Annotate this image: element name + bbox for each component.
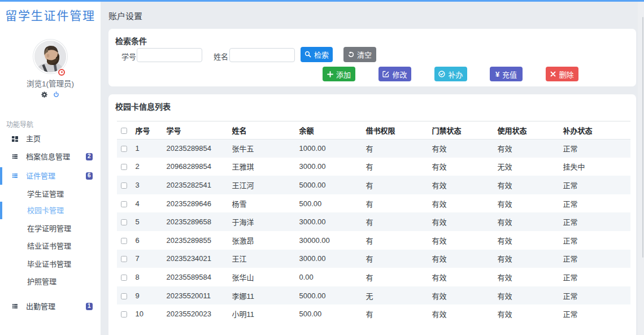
table-cell: 20968289854 (167, 158, 232, 176)
nav-badge: 2 (86, 153, 93, 160)
column-header[interactable]: 学号 (167, 121, 232, 139)
table-cell: 有效 (432, 231, 498, 250)
row-checkbox[interactable] (121, 311, 127, 317)
name-input[interactable] (229, 48, 295, 62)
sidebar-item-student-card[interactable]: 学生证管理 (0, 185, 101, 203)
student-no-input[interactable] (137, 48, 202, 62)
table-row[interactable]: 420235289646杨雪500.00有有效有效正常 (117, 194, 630, 213)
search-panel-title: 检索条件 (115, 35, 147, 46)
sidebar-item-completion-cert[interactable]: 结业证书管理 (0, 237, 101, 255)
table-cell: 有效 (432, 304, 498, 323)
scrollbar-thumb[interactable] (642, 17, 643, 258)
table-cell: 正常 (563, 268, 630, 286)
table-cell: 有 (366, 212, 432, 231)
table-row[interactable]: 320235282541王江河5000.00有有效有效正常 (117, 176, 630, 194)
sidebar-item-label: 校园卡管理 (27, 202, 64, 219)
table-cell: 无 (366, 286, 432, 305)
row-checkbox[interactable] (121, 238, 127, 244)
reissue-button[interactable]: 补办 (434, 67, 467, 81)
sidebar-item-passport[interactable]: 护照管理 (0, 273, 101, 290)
undo-icon (348, 51, 354, 58)
table-row[interactable]: 920235520011李娜115000.00无有效有效正常 (117, 286, 630, 305)
sidebar-item-label: 毕业证书管理 (27, 255, 71, 273)
table-cell: 3000.00 (299, 250, 366, 268)
sidebar-item-archives[interactable]: 档案信息管理2 (0, 148, 101, 166)
table-row[interactable]: 820235589584张华山0.00有有效有效正常 (117, 268, 630, 286)
column-header[interactable]: 使用状态 (498, 121, 563, 139)
table-cell: 有效 (498, 212, 563, 231)
edit-button[interactable]: 修改 (378, 67, 411, 81)
table-cell: 正常 (563, 231, 630, 250)
column-header[interactable]: 借书权限 (366, 121, 432, 139)
column-header[interactable]: 余额 (299, 121, 366, 139)
plus-icon (327, 71, 333, 77)
table-cell: 正常 (563, 250, 630, 268)
row-checkbox[interactable] (121, 293, 127, 299)
table-cell: 7 (136, 250, 167, 268)
table-cell: 有效 (432, 139, 498, 158)
scrollbar-track[interactable] (638, 2, 644, 335)
table-cell: 挂失中 (563, 158, 630, 176)
table-row[interactable]: 220968289854王雅琪3000.00有有效无效挂失中 (117, 158, 630, 176)
row-checkbox[interactable] (121, 146, 127, 152)
table-cell: 有 (366, 176, 432, 194)
sidebar-item-home[interactable]: 主页 (0, 130, 101, 147)
table-cell: 于海洋 (232, 212, 299, 231)
clear-button[interactable]: 清空 (343, 47, 376, 62)
table-row[interactable]: 120235289854张牛五1000.00有有效有效正常 (117, 139, 630, 158)
add-button[interactable]: 添加 (323, 67, 355, 81)
row-checkbox[interactable] (121, 256, 127, 262)
table-row[interactable]: 520235289658于海洋3000.00有有效有效正常 (117, 212, 630, 231)
column-header[interactable]: 补办状态 (563, 121, 630, 139)
column-header[interactable]: 序号 (136, 121, 167, 139)
table-panel: 校园卡信息列表 序号学号姓名余额借书权限门禁状态使用状态补办状态 1202352… (108, 94, 636, 335)
sidebar-item-enrollment-cert[interactable]: 在学证明管理 (0, 220, 101, 237)
sidebar-item-campus-card[interactable]: 校园卡管理 (0, 202, 101, 219)
button-label: 清空 (357, 49, 372, 60)
table-cell: 有 (366, 304, 432, 323)
table-cell: 4 (136, 194, 167, 213)
list-icon (12, 154, 18, 159)
row-checkbox[interactable] (121, 182, 127, 189)
column-header[interactable]: 门禁状态 (432, 121, 498, 139)
table-cell: 有 (366, 139, 432, 158)
table-row[interactable]: 720235234021王江3000.00有有效有效正常 (117, 250, 630, 268)
search-icon (304, 51, 311, 58)
table-row[interactable]: 620235289855张激昂30000.00有有效有效正常 (117, 231, 630, 250)
x-icon (550, 71, 556, 77)
row-checkbox[interactable] (121, 219, 127, 225)
row-checkbox[interactable] (121, 201, 127, 207)
sidebar-item-certificates[interactable]: 证件管理6 (0, 167, 101, 185)
row-checkbox[interactable] (121, 164, 127, 170)
table-cell: 20235289658 (167, 212, 232, 231)
table-cell: 20235282541 (167, 176, 232, 194)
table-cell: 有 (366, 268, 432, 286)
table-row[interactable]: 1020235520023小明11500.00有有效有效正常 (117, 304, 630, 323)
sidebar-item-label: 证件管理 (26, 167, 55, 185)
search-button[interactable]: 检索 (301, 47, 333, 62)
table-cell: 有效 (432, 250, 498, 268)
table-cell: 小明11 (232, 304, 299, 323)
select-all-checkbox[interactable] (121, 128, 127, 134)
row-checkbox[interactable] (121, 275, 127, 281)
recharge-button[interactable]: ¥充值 (490, 67, 523, 81)
button-label: 删除 (559, 69, 573, 80)
table-cell: 有效 (432, 212, 498, 231)
table-cell: 正常 (563, 194, 630, 213)
table-cell: 有效 (432, 176, 498, 194)
table-header-row: 序号学号姓名余额借书权限门禁状态使用状态补办状态 (117, 121, 630, 139)
column-header[interactable]: 姓名 (232, 121, 299, 139)
top-accent-line (0, 0, 644, 2)
grid-icon (12, 136, 18, 142)
button-label: 补办 (448, 69, 463, 80)
sidebar-item-label: 护照管理 (27, 273, 56, 290)
sidebar-item-attendance[interactable]: 出勤管理1 (0, 298, 101, 315)
table-cell: 0.00 (299, 268, 366, 286)
sidebar-item-diploma-cert[interactable]: 毕业证书管理 (0, 255, 101, 273)
table-cell: 有效 (432, 286, 498, 305)
delete-button[interactable]: 删除 (546, 67, 578, 81)
button-label: 充值 (502, 69, 517, 80)
table-cell: 20235289854 (167, 139, 232, 158)
table-cell: 有效 (432, 158, 498, 176)
table-cell: 有效 (498, 304, 563, 323)
